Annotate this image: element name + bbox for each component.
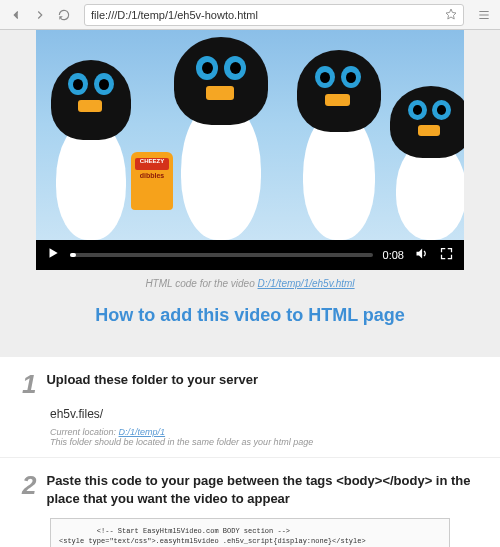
video-time: 0:08 [383,249,404,261]
fullscreen-button[interactable] [439,246,454,265]
video-player[interactable]: CHEEZY dibbles 0:08 [36,30,464,270]
play-button[interactable] [46,246,60,264]
step-2-number: 2 [22,472,36,498]
forward-button[interactable] [30,5,50,25]
star-icon[interactable] [445,6,457,24]
video-section: CHEEZY dibbles 0:08 HTML code for the vi… [0,30,500,356]
current-location: Current location: D:/1/temp/1 [50,427,478,437]
location-hint: This folder should be located in the sam… [50,437,478,447]
page-title: How to add this video to HTML page [36,299,464,344]
volume-button[interactable] [414,246,429,265]
address-bar[interactable]: file:///D:/1/temp/1/eh5v-howto.html [84,4,464,26]
step-1-title: Upload these folder to your server [46,371,258,389]
step-1: 1 Upload these folder to your server eh5… [0,356,500,457]
browser-toolbar: file:///D:/1/temp/1/eh5v-howto.html [0,0,500,30]
menu-icon[interactable] [474,5,494,25]
chips-bag: CHEEZY dibbles [131,152,173,210]
caption-text: HTML code for the video [145,278,257,289]
reload-button[interactable] [54,5,74,25]
video-caption: HTML code for the video D:/1/temp/1/eh5v… [36,270,464,299]
chips-label-2: dibbles [135,172,169,179]
video-frame: CHEEZY dibbles [36,30,464,240]
step-2: 2 Paste this code to your page between t… [0,457,500,547]
chips-label-1: CHEEZY [135,158,169,165]
step-2-title: Paste this code to your page between the… [46,472,478,508]
folder-name: eh5v.files/ [50,407,478,421]
code-snippet[interactable]: <!-- Start EasyHtml5Video.com BODY secti… [50,518,450,547]
seek-bar[interactable] [70,253,373,257]
video-controls: 0:08 [36,240,464,270]
caption-link[interactable]: D:/1/temp/1/eh5v.html [258,278,355,289]
page-content: CHEEZY dibbles 0:08 HTML code for the vi… [0,30,500,547]
back-button[interactable] [6,5,26,25]
location-link[interactable]: D:/1/temp/1 [119,427,166,437]
url-text: file:///D:/1/temp/1/eh5v-howto.html [91,9,441,21]
step-1-number: 1 [22,371,36,397]
